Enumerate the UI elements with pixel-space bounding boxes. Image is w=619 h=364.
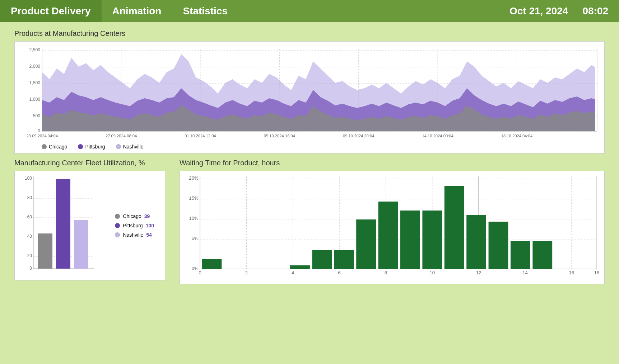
tab-animation-label: Animation <box>112 5 162 17</box>
svg-text:18: 18 <box>594 271 600 275</box>
hist-bar-7 <box>356 219 376 269</box>
svg-text:40: 40 <box>27 234 32 239</box>
svg-text:10%: 10% <box>189 216 198 221</box>
svg-text:14: 14 <box>522 271 528 275</box>
fleet-legend-label-chicago: Chicago <box>123 213 141 219</box>
svg-text:8: 8 <box>385 271 387 275</box>
tab-animation[interactable]: Animation <box>102 0 172 22</box>
hist-bar-12 <box>466 215 486 269</box>
legend-label-nashville: Nashville <box>123 144 144 150</box>
tab-product-delivery[interactable]: Product Delivery <box>0 0 102 22</box>
svg-text:4: 4 <box>292 271 294 275</box>
hist-bar-11 <box>445 186 464 269</box>
bar-nashville <box>74 220 88 269</box>
svg-text:2: 2 <box>245 271 248 275</box>
svg-text:23.09.2024 04:04: 23.09.2024 04:04 <box>27 134 58 138</box>
legend-dot-nashville <box>116 144 121 149</box>
bar-chicago <box>38 233 52 269</box>
svg-text:0: 0 <box>199 271 201 275</box>
hist-bar-15 <box>532 241 552 269</box>
fleet-legend-value-chicago: 39 <box>144 213 150 219</box>
header: Product Delivery Animation Statistics Oc… <box>0 0 619 22</box>
top-chart-section: Products at Manufacturing Centers 2,500 … <box>14 29 605 153</box>
svg-text:1,000: 1,000 <box>29 97 40 102</box>
hist-bar-4 <box>290 265 310 269</box>
header-time: 08:02 <box>582 5 608 17</box>
legend-item-pittsburg: Pittsburg <box>78 144 105 150</box>
tab-statistics-label: Statistics <box>183 5 228 17</box>
svg-text:0: 0 <box>38 128 40 133</box>
svg-text:2,000: 2,000 <box>29 64 40 69</box>
svg-text:01.10.2024 12:04: 01.10.2024 12:04 <box>185 134 216 138</box>
hist-bar-8 <box>378 202 398 269</box>
tab-product-delivery-label: Product Delivery <box>11 5 91 17</box>
fleet-chart-svg: 100 80 60 40 20 0 <box>18 175 97 275</box>
hist-bar-13 <box>489 222 508 269</box>
waiting-chart-title: Waiting Time for Product, hours <box>180 159 605 167</box>
svg-text:2,500: 2,500 <box>29 47 40 52</box>
svg-text:12: 12 <box>476 271 481 275</box>
svg-text:80: 80 <box>27 195 32 200</box>
fleet-bar-legend: Chicago 39 Pittsburg 100 Nashville 54 <box>108 175 161 276</box>
svg-text:15%: 15% <box>189 196 198 201</box>
legend-item-nashville: Nashville <box>116 144 144 150</box>
fleet-chart-svg-wrapper: 100 80 60 40 20 0 <box>18 175 108 276</box>
fleet-legend-value-nashville: 54 <box>146 232 152 238</box>
svg-text:500: 500 <box>33 113 41 118</box>
waiting-chart-section: Waiting Time for Product, hours 20% 15% … <box>180 159 605 284</box>
tab-statistics[interactable]: Statistics <box>172 0 238 22</box>
svg-text:27.09.2024 08:04: 27.09.2024 08:04 <box>106 134 137 138</box>
area-chart-svg: 2,500 2,000 1,500 1,000 500 0 <box>20 47 599 140</box>
legend-dot-chicago <box>42 144 47 149</box>
top-chart-container: 2,500 2,000 1,500 1,000 500 0 <box>14 41 605 153</box>
svg-text:100: 100 <box>25 176 32 181</box>
svg-text:0: 0 <box>29 266 32 271</box>
svg-text:18.10.2024 04:04: 18.10.2024 04:04 <box>501 134 532 138</box>
hist-bar-0 <box>202 259 222 269</box>
legend-label-chicago: Chicago <box>49 144 67 150</box>
legend-dot-pittsburg <box>78 144 83 149</box>
fleet-chart-section: Manufacturing Center Fleet Utilization, … <box>14 159 165 284</box>
svg-text:5%: 5% <box>192 236 199 241</box>
legend-item-chicago: Chicago <box>42 144 67 150</box>
svg-text:20%: 20% <box>189 176 198 181</box>
hist-bar-10 <box>422 211 442 269</box>
bottom-charts: Manufacturing Center Fleet Utilization, … <box>14 159 605 284</box>
svg-text:16: 16 <box>569 271 574 275</box>
hist-bar-6 <box>334 250 354 269</box>
hist-bar-9 <box>400 211 420 269</box>
svg-text:60: 60 <box>27 214 32 219</box>
bar-pittsburg <box>56 179 70 269</box>
fleet-chart-container: 100 80 60 40 20 0 <box>14 171 165 280</box>
hist-bar-14 <box>511 241 530 269</box>
histogram-svg: 20% 15% 10% 5% 0% <box>183 175 601 279</box>
area-chart-wrapper: 2,500 2,000 1,500 1,000 500 0 <box>20 47 599 140</box>
svg-text:10: 10 <box>430 271 435 275</box>
svg-text:14.10.2024 00:04: 14.10.2024 00:04 <box>422 134 453 138</box>
svg-text:0%: 0% <box>192 266 199 271</box>
fleet-legend-dot-chicago <box>115 214 120 219</box>
header-date: Oct 21, 2024 <box>509 5 568 17</box>
svg-text:1,500: 1,500 <box>29 80 40 85</box>
svg-text:20: 20 <box>27 253 32 258</box>
fleet-legend-dot-nashville <box>115 232 120 237</box>
histogram-container: 20% 15% 10% 5% 0% <box>180 171 605 284</box>
fleet-legend-chicago: Chicago 39 <box>115 213 154 219</box>
header-datetime: Oct 21, 2024 08:02 <box>499 0 619 22</box>
main-content: Products at Manufacturing Centers 2,500 … <box>0 22 619 291</box>
fleet-chart-title: Manufacturing Center Fleet Utilization, … <box>14 159 165 167</box>
area-chart-legend: Chicago Pittsburg Nashville <box>20 144 599 150</box>
fleet-legend-label-nashville: Nashville <box>123 232 143 238</box>
fleet-legend-dot-pittsburg <box>115 223 120 228</box>
fleet-legend-label-pittsburg: Pittsburg <box>123 223 143 228</box>
hist-bar-5 <box>312 250 332 269</box>
svg-text:6: 6 <box>338 271 340 275</box>
fleet-legend-pittsburg: Pittsburg 100 <box>115 223 154 228</box>
fleet-legend-nashville: Nashville 54 <box>115 232 154 238</box>
svg-text:05.10.2024 16:04: 05.10.2024 16:04 <box>264 134 295 138</box>
fleet-legend-value-pittsburg: 100 <box>146 223 154 228</box>
svg-text:09.10.2024 20:04: 09.10.2024 20:04 <box>343 134 374 138</box>
legend-label-pittsburg: Pittsburg <box>85 144 105 150</box>
top-chart-title: Products at Manufacturing Centers <box>14 29 605 38</box>
